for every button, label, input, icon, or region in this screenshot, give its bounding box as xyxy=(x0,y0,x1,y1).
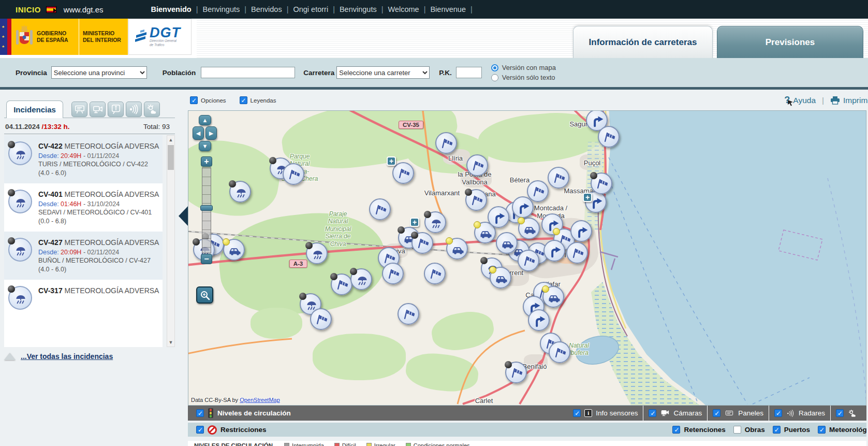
carretera-select[interactable]: Seleccione una carreter xyxy=(336,66,430,79)
restricciones-checkbox[interactable] xyxy=(196,426,204,434)
zoom-out-button[interactable]: − xyxy=(201,254,212,264)
map-marker-wind[interactable] xyxy=(548,167,569,189)
weather-icon[interactable] xyxy=(144,102,160,117)
imprimir-link[interactable]: Imprimir xyxy=(830,96,868,105)
layer-checkbox[interactable] xyxy=(836,409,844,417)
incident-item[interactable]: CV-427 METEOROLOGÍA ADVERSA Desde: 20:09… xyxy=(4,232,163,280)
sidebar-scrollbar[interactable]: ▲ ▼ xyxy=(167,135,175,347)
scrollbar-thumb[interactable] xyxy=(168,145,174,170)
map-marker-arrow[interactable] xyxy=(488,206,509,228)
map-marker-wind[interactable] xyxy=(505,362,527,383)
map-marker-wind[interactable] xyxy=(398,303,419,325)
zoom-track[interactable] xyxy=(202,167,211,253)
tab-informacion-carreteras[interactable]: Información de carreteras xyxy=(573,26,713,58)
traffic-map[interactable]: CV-35A-3Llíriala Pobla de VallbonaBétera… xyxy=(188,110,866,406)
pan-down-button[interactable]: ▼ xyxy=(199,141,211,151)
map-marker-wind[interactable] xyxy=(466,154,488,176)
scroll-down-icon[interactable]: ▼ xyxy=(167,340,174,345)
site-url[interactable]: www.dgt.es xyxy=(64,5,104,14)
provincia-select[interactable]: Seleccione una provinci xyxy=(51,66,147,79)
layer-checkbox[interactable] xyxy=(649,409,656,417)
inicio-link[interactable]: INICIO xyxy=(16,5,41,14)
map-marker-wind[interactable] xyxy=(591,172,612,194)
pk-input[interactable] xyxy=(456,67,482,78)
niveles-checkbox[interactable] xyxy=(196,409,204,417)
map-marker-rain[interactable] xyxy=(350,268,372,290)
layer-checkbox[interactable] xyxy=(774,409,782,417)
map-plus-marker[interactable]: + xyxy=(410,218,419,227)
map-marker-car[interactable] xyxy=(496,232,518,254)
map-marker-car[interactable] xyxy=(223,239,245,261)
incident-type: METEOROLOGÍA ADVERSA xyxy=(65,142,159,150)
ayuda-link[interactable]: ? Ayuda xyxy=(784,95,816,106)
version-mapa-radio[interactable] xyxy=(491,64,498,71)
layer-checkbox[interactable] xyxy=(713,409,720,417)
leyendas-checkbox[interactable] xyxy=(240,96,247,104)
incident-item[interactable]: CV-401 METEOROLOGÍA ADVERSA Desde: 01:46… xyxy=(4,183,163,232)
map-marker-wind[interactable] xyxy=(369,198,391,220)
tab-previsiones[interactable]: Previsiones xyxy=(717,26,863,58)
map-marker-wind[interactable] xyxy=(424,263,446,284)
map-marker-arrow[interactable] xyxy=(543,240,565,262)
map-marker-wind[interactable] xyxy=(518,250,539,271)
map-plus-marker[interactable]: + xyxy=(583,193,592,202)
spain-flag-icon[interactable] xyxy=(46,6,56,13)
map-marker-wind[interactable] xyxy=(331,274,352,295)
ver-todas-link[interactable]: ...Ver todas las incidencias xyxy=(21,352,113,361)
map-marker-rain[interactable] xyxy=(229,181,251,203)
map-marker-rain[interactable] xyxy=(424,211,446,233)
layer-toggle-radares: Radares xyxy=(769,406,830,421)
incident-time: 01:46H xyxy=(61,200,81,208)
zoom-slider-handle[interactable] xyxy=(200,205,213,211)
camera-icon[interactable] xyxy=(90,102,106,117)
map-marker-wind[interactable] xyxy=(310,308,332,330)
map-marker-arrow[interactable] xyxy=(528,309,550,331)
map-marker-wind[interactable] xyxy=(549,341,570,363)
version-texto-radio[interactable] xyxy=(491,74,498,81)
restriction-checkbox[interactable] xyxy=(818,426,826,434)
info-icon[interactable] xyxy=(108,102,124,117)
openstreetmap-link[interactable]: OpenStreetMap xyxy=(240,397,280,403)
opciones-checkbox[interactable] xyxy=(190,96,198,104)
pan-left-button[interactable]: ◀ xyxy=(193,126,204,140)
incident-item[interactable]: CV-422 METEOROLOGÍA ADVERSA Desde: 20:49… xyxy=(4,135,163,183)
map-marker-car[interactable] xyxy=(542,286,564,308)
map-marker-wind[interactable] xyxy=(283,163,304,185)
pan-right-button[interactable]: ▶ xyxy=(205,126,217,140)
road-shield: A-3 xyxy=(289,260,307,268)
top-bar: INICIO www.dgt.es Bienvenido|Benvinguts|… xyxy=(0,0,868,19)
legend-color-swatch xyxy=(406,443,411,446)
map-marker-car[interactable] xyxy=(518,218,540,239)
layer-checkbox[interactable] xyxy=(573,409,581,417)
map-marker-wind[interactable] xyxy=(566,242,588,264)
map-marker-wind[interactable] xyxy=(598,126,620,148)
restriction-checkbox[interactable] xyxy=(672,426,680,434)
pan-up-button[interactable]: ▲ xyxy=(199,115,211,125)
restriction-checkbox[interactable] xyxy=(773,426,781,434)
map-marker-wind[interactable] xyxy=(392,162,414,184)
scroll-up-icon[interactable]: ▲ xyxy=(167,137,174,142)
provincia-label: Provincia xyxy=(16,69,47,77)
restriction-checkbox[interactable] xyxy=(733,426,741,434)
zoom-box-button[interactable] xyxy=(196,286,213,304)
map-marker-wind[interactable] xyxy=(411,232,433,254)
incident-total: Total: 93 xyxy=(143,123,170,131)
map-marker-wind[interactable] xyxy=(465,189,487,211)
radar-icon[interactable] xyxy=(126,102,142,117)
poblacion-input[interactable] xyxy=(201,67,295,78)
map-marker-arrow[interactable] xyxy=(512,196,534,218)
map-marker-car[interactable] xyxy=(490,267,511,289)
zoom-in-button[interactable]: + xyxy=(201,156,212,167)
panel-icon[interactable] xyxy=(71,102,87,117)
incident-item[interactable]: CV-317 METEOROLOGÍA ADVERSA xyxy=(4,280,163,316)
map-marker-wind[interactable] xyxy=(435,132,457,154)
map-marker-arrow[interactable] xyxy=(570,220,592,242)
welcome-language: Bienvenue xyxy=(430,5,466,13)
map-marker-car[interactable] xyxy=(446,238,468,260)
sidebar-collapse-arrow[interactable] xyxy=(179,206,188,226)
tab-incidencias[interactable]: Incidencias xyxy=(6,100,63,118)
map-marker-rain[interactable] xyxy=(306,242,328,264)
gobierno-label: GOBIERNO DE ESPAÑA xyxy=(37,30,68,44)
map-plus-marker[interactable]: + xyxy=(387,156,396,166)
map-marker-wind[interactable] xyxy=(382,263,404,284)
